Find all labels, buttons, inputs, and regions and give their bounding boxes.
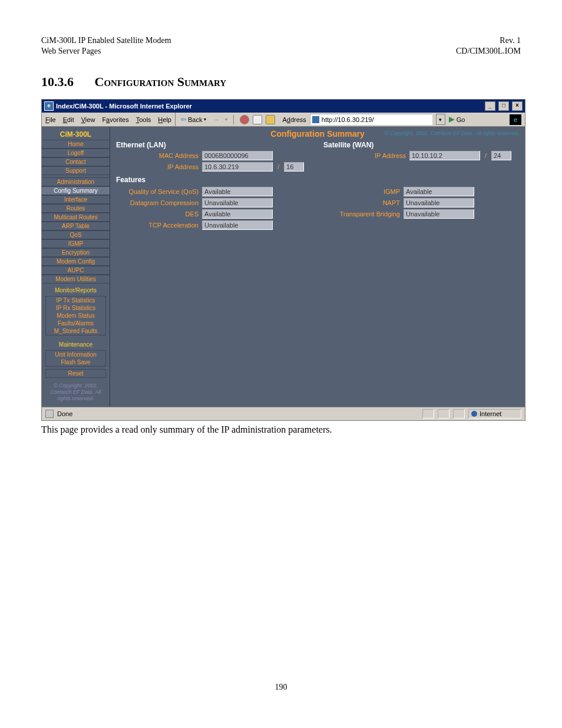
tb-value bbox=[404, 209, 474, 219]
wan-title: Satellite (WAN) bbox=[323, 141, 519, 149]
sidebar-multicast-routes[interactable]: Multicast Routes bbox=[42, 213, 110, 222]
doc-title-line1: CiM-300L IP Enabled Satellite Modem bbox=[41, 35, 171, 46]
igmp-value bbox=[404, 187, 474, 196]
sidebar-reset[interactable]: Reset bbox=[46, 370, 105, 377]
tb-label: Transparent Bridging bbox=[318, 210, 400, 218]
lan-ip-label: IP Address bbox=[116, 163, 199, 170]
sidebar-contact[interactable]: Contact bbox=[42, 157, 110, 166]
address-input[interactable]: http://10.6.30.219/ bbox=[310, 114, 432, 125]
menu-edit[interactable]: Edit bbox=[63, 116, 74, 123]
sidebar-home[interactable]: Home bbox=[42, 140, 110, 149]
page-number: 190 bbox=[41, 683, 521, 692]
main-panel: © Copyright, 2002. Comtech EF Data. All … bbox=[110, 127, 525, 406]
page-icon bbox=[312, 116, 319, 123]
doc-title-line2: Web Server Pages bbox=[41, 46, 171, 57]
napt-value bbox=[404, 198, 474, 207]
refresh-icon[interactable] bbox=[253, 115, 262, 124]
page-copyright: © Copyright, 2002. Comtech EF Data. All … bbox=[385, 130, 519, 136]
address-label: Address bbox=[282, 116, 306, 123]
sidebar-support[interactable]: Support bbox=[42, 166, 110, 175]
slash-icon: / bbox=[485, 152, 487, 159]
wan-ip-value bbox=[409, 151, 480, 160]
des-value bbox=[202, 209, 273, 219]
close-button[interactable]: × bbox=[512, 101, 523, 111]
stop-icon[interactable] bbox=[240, 115, 249, 124]
sidebar-config-summary[interactable]: Config Summary bbox=[42, 186, 110, 195]
sidebar-unit-info[interactable]: Unit Information bbox=[46, 351, 105, 358]
home-icon[interactable] bbox=[266, 115, 275, 124]
qos-value bbox=[202, 187, 273, 196]
doc-code: CD/CIM300L.IOM bbox=[456, 46, 521, 57]
back-button[interactable]: ⇦ Back ▾ bbox=[179, 115, 208, 124]
lan-title: Ethernet (LAN) bbox=[116, 141, 312, 149]
napt-label: NAPT bbox=[318, 199, 400, 206]
sidebar-ip-tx-stats[interactable]: IP Tx Statistics bbox=[46, 297, 105, 304]
lan-prefix-value bbox=[284, 162, 304, 172]
sidebar-maintenance-header: Maintenance bbox=[42, 338, 110, 348]
igmp-label: IGMP bbox=[318, 188, 400, 195]
dc-value bbox=[202, 198, 273, 207]
window-title: Index/CiM-300L - Microsoft Internet Expl… bbox=[56, 103, 192, 110]
doc-header: CiM-300L IP Enabled Satellite Modem Web … bbox=[41, 35, 521, 57]
wan-prefix-value bbox=[491, 151, 511, 160]
browser-window: e Index/CiM-300L - Microsoft Internet Ex… bbox=[41, 99, 525, 420]
globe-icon bbox=[471, 411, 477, 417]
mac-value bbox=[202, 151, 273, 160]
section-heading: 10.3.6 Configuration Summary bbox=[41, 74, 521, 90]
address-text: http://10.6.30.219/ bbox=[322, 116, 374, 123]
minimize-button[interactable]: _ bbox=[485, 101, 495, 111]
section-number: 10.3.6 bbox=[41, 74, 74, 90]
sidebar-product: CiM-300L bbox=[42, 129, 110, 140]
lan-ip-value bbox=[202, 162, 273, 172]
section-title-text: Configuration Summary bbox=[95, 74, 227, 89]
tcp-value bbox=[202, 220, 273, 230]
status-done: Done bbox=[57, 410, 72, 417]
sidebar-arp-table[interactable]: ARP Table bbox=[42, 222, 110, 230]
titlebar: e Index/CiM-300L - Microsoft Internet Ex… bbox=[42, 100, 525, 113]
maximize-button[interactable]: □ bbox=[498, 101, 509, 111]
status-pane bbox=[438, 409, 449, 419]
dc-label: Datagram Compression bbox=[116, 199, 199, 206]
sidebar-administration[interactable]: Administration bbox=[42, 177, 110, 186]
sidebar-igmp[interactable]: IGMP bbox=[42, 239, 110, 248]
sidebar: CiM-300L Home Logoff Contact Support Adm… bbox=[42, 127, 110, 406]
forward-button[interactable]: → bbox=[211, 116, 222, 124]
ie-icon: e bbox=[44, 101, 54, 111]
status-zone: Internet bbox=[468, 409, 521, 419]
features-title: Features bbox=[116, 176, 519, 184]
sidebar-logoff[interactable]: Logoff bbox=[42, 149, 110, 157]
doc-rev: Rev. 1 bbox=[456, 35, 521, 46]
tcp-label: TCP Acceleration bbox=[116, 222, 199, 229]
sidebar-modem-status[interactable]: Modem Status bbox=[46, 312, 105, 319]
sidebar-modem-utilities[interactable]: Modem Utilities bbox=[42, 275, 110, 284]
ie-throbber-icon: e bbox=[510, 114, 521, 125]
sidebar-copyright: © Copyright, 2002. Comtech EF Data. All … bbox=[42, 380, 110, 404]
menu-help[interactable]: Help bbox=[158, 116, 171, 123]
qos-label: Quality of Service (QoS) bbox=[116, 188, 199, 195]
des-label: DES bbox=[116, 210, 199, 218]
wan-ip-label: IP Address bbox=[323, 152, 406, 159]
mac-label: MAC Address bbox=[116, 152, 199, 159]
sidebar-modem-config[interactable]: Modem Config bbox=[42, 257, 110, 266]
sidebar-monitor-header: Monitor/Reports bbox=[42, 284, 110, 294]
sidebar-routes[interactable]: Routes bbox=[42, 204, 110, 213]
sidebar-ip-rx-stats[interactable]: IP Rx Statistics bbox=[46, 304, 105, 312]
sidebar-encryption[interactable]: Encryption bbox=[42, 248, 110, 257]
sidebar-aupc[interactable]: AUPC bbox=[42, 266, 110, 275]
sidebar-flash-save[interactable]: Flash Save bbox=[46, 358, 105, 366]
menu-view[interactable]: View bbox=[81, 116, 95, 123]
status-pane bbox=[422, 409, 434, 419]
menu-favorites[interactable]: Favorites bbox=[102, 116, 128, 123]
go-arrow-icon bbox=[449, 117, 455, 123]
menu-file[interactable]: File bbox=[45, 116, 56, 123]
sidebar-interface[interactable]: Interface bbox=[42, 195, 110, 204]
sidebar-stored-faults[interactable]: M_Stored Faults bbox=[46, 327, 105, 335]
slash-icon: / bbox=[277, 163, 279, 170]
sidebar-qos[interactable]: QoS bbox=[42, 230, 110, 239]
sidebar-faults-alarms[interactable]: Faults/Alarms bbox=[46, 319, 105, 327]
menu-tools[interactable]: Tools bbox=[136, 116, 151, 123]
body-text: This page provides a read only summary o… bbox=[41, 424, 521, 435]
go-button[interactable]: Go bbox=[449, 116, 465, 123]
doc-icon bbox=[45, 410, 54, 418]
address-dropdown[interactable]: ▾ bbox=[436, 114, 445, 125]
